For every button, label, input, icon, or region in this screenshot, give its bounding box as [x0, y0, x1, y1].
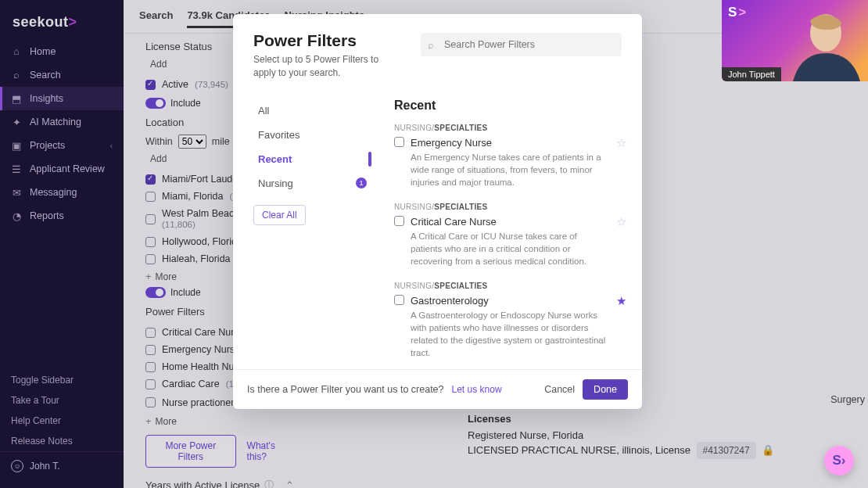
- checkbox-icon[interactable]: [394, 216, 404, 226]
- cat-nursing[interactable]: Nursing 1: [253, 171, 371, 196]
- cancel-button[interactable]: Cancel: [544, 384, 575, 395]
- presenter-name: John Tippett: [722, 67, 781, 81]
- star-icon[interactable]: ★: [616, 294, 626, 308]
- modal-title: Power Filters: [253, 31, 402, 50]
- modal-subtitle: Select up to 5 Power Filters to apply to…: [253, 53, 402, 80]
- cat-all[interactable]: All: [253, 99, 371, 123]
- category-count-badge: 1: [356, 178, 367, 188]
- power-filter-search-input[interactable]: [421, 33, 622, 56]
- filter-crumb: NURSING/SPECIALTIES: [394, 124, 626, 132]
- cat-favorites[interactable]: Favorites: [253, 123, 371, 147]
- filter-crumb: NURSING/SPECIALTIES: [394, 203, 626, 211]
- power-filters-modal: Power Filters Select up to 5 Power Filte…: [233, 14, 642, 409]
- clear-all-button[interactable]: Clear All: [253, 205, 306, 225]
- modal-category-list: All Favorites Recent Nursing 1 Clear All: [233, 88, 380, 369]
- star-icon[interactable]: ☆: [616, 215, 626, 229]
- star-icon[interactable]: ☆: [616, 136, 626, 150]
- filter-gastroenterology[interactable]: GastroenterologyA Gastroenterology or En…: [394, 293, 626, 367]
- search-icon: ⌕: [428, 39, 434, 51]
- presenter-logo: S>: [728, 5, 746, 20]
- modal-filter-list: Recent NURSING/SPECIALTIES Emergency Nur…: [380, 88, 642, 369]
- filter-crumb: NURSING/SPECIALTIES: [394, 282, 626, 290]
- done-button[interactable]: Done: [583, 379, 628, 400]
- filter-emergency-nurse[interactable]: Emergency NurseAn Emergency Nurse takes …: [394, 135, 626, 196]
- presenter-overlay: S> John Tippett: [722, 0, 868, 81]
- checkbox-icon[interactable]: [394, 137, 404, 147]
- filter-list-heading: Recent: [394, 99, 626, 113]
- help-fab[interactable]: S›: [824, 446, 854, 475]
- cat-recent[interactable]: Recent: [253, 147, 371, 171]
- checkbox-icon[interactable]: [394, 295, 404, 305]
- footer-question: Is there a Power Filter you want us to c…: [247, 384, 444, 395]
- let-us-know-link[interactable]: Let us know: [452, 384, 502, 395]
- presenter-silhouette: [777, 6, 863, 81]
- modal-footer: Is there a Power Filter you want us to c…: [233, 369, 642, 409]
- filter-critical-care[interactable]: Critical Care NurseA Critical Care or IC…: [394, 214, 626, 275]
